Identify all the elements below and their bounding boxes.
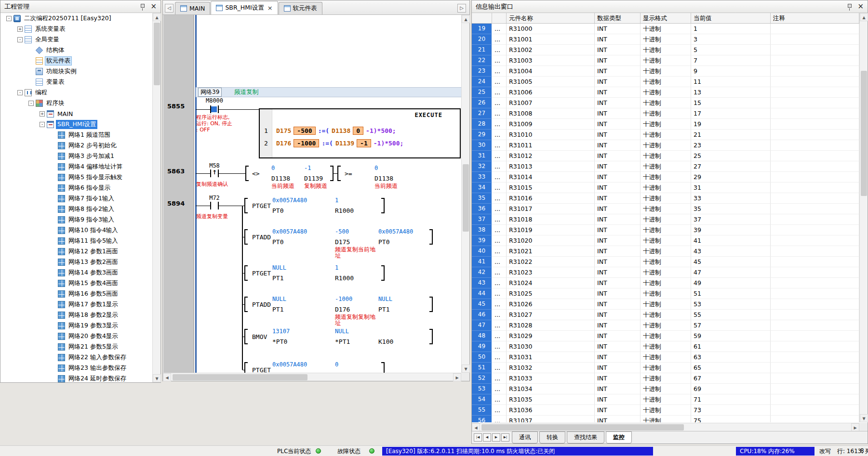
instruction-operand[interactable]: D176: [335, 306, 350, 313]
browse-button[interactable]: ...: [492, 34, 507, 45]
tree-item[interactable]: 功能块实例: [0, 66, 152, 77]
tree-item[interactable]: 网络12 参数1画面: [0, 246, 152, 257]
ladder-vertical-scrollbar[interactable]: ▲ ▼: [461, 15, 469, 373]
network-header[interactable]: 网络39 频道复制: [196, 87, 461, 97]
instruction-value[interactable]: -1000: [335, 296, 352, 302]
close-icon[interactable]: ×: [857, 3, 864, 10]
close-icon[interactable]: ×: [150, 3, 157, 10]
tree-item[interactable]: 网络18 参数2显示: [0, 310, 152, 320]
st-value-box[interactable]: -1: [357, 139, 371, 147]
instruction-name[interactable]: PTADD: [252, 234, 271, 241]
row-number-cell[interactable]: 21: [472, 45, 492, 55]
browse-button[interactable]: ...: [492, 299, 507, 310]
tree-item[interactable]: 网络4 偏移地址计算: [0, 161, 152, 172]
instruction-value[interactable]: NULL: [272, 264, 286, 271]
browse-button[interactable]: ...: [492, 225, 507, 235]
tree-item[interactable]: 结构体: [0, 45, 152, 55]
tree-item[interactable]: 网络9 指令3输入: [0, 214, 152, 225]
scroll-up-icon[interactable]: ▲: [860, 13, 868, 21]
ladder-horizontal-scrollbar[interactable]: ◀ ▶: [163, 373, 461, 381]
row-number-cell[interactable]: 47: [472, 320, 492, 331]
browse-button[interactable]: ...: [492, 278, 507, 288]
output-tab[interactable]: 通讯: [512, 431, 538, 443]
row-number-cell[interactable]: 50: [472, 352, 492, 363]
tree-item[interactable]: -编程: [0, 87, 152, 98]
row-number-cell[interactable]: 30: [472, 140, 492, 151]
table-row[interactable]: 23...R31004INT十进制9: [472, 66, 859, 77]
browse-button[interactable]: ...: [492, 235, 507, 246]
tree-item[interactable]: -全局变量: [0, 34, 152, 45]
tree-item[interactable]: 网络23 输出参数保存: [0, 363, 152, 373]
tree-item[interactable]: 网络20 参数4显示: [0, 331, 152, 341]
instruction-value[interactable]: 0x0057A480: [272, 197, 307, 204]
tab-close-icon[interactable]: ×: [267, 4, 273, 12]
browse-button[interactable]: ...: [492, 320, 507, 331]
row-number-cell[interactable]: 20: [472, 34, 492, 45]
table-row[interactable]: 34...R31015INT十进制31: [472, 182, 859, 193]
table-row[interactable]: 50...R31031INT十进制63: [472, 352, 859, 363]
tree-item[interactable]: 网络24 延时参数保存: [0, 373, 152, 382]
row-number-cell[interactable]: 48: [472, 331, 492, 341]
browse-button[interactable]: ...: [492, 55, 507, 66]
row-number-cell[interactable]: 41: [472, 257, 492, 267]
row-number-cell[interactable]: 40: [472, 246, 492, 257]
tab-scroll-right-button[interactable]: ▷: [457, 4, 466, 13]
instruction-operand[interactable]: R1000: [335, 274, 354, 282]
instruction-operand[interactable]: R1000: [335, 207, 354, 214]
row-number-cell[interactable]: 26: [472, 98, 492, 108]
row-number-cell[interactable]: 24: [472, 77, 492, 87]
browse-button[interactable]: ...: [492, 130, 507, 140]
row-number-cell[interactable]: 23: [472, 66, 492, 77]
browse-button[interactable]: ...: [492, 394, 507, 405]
table-row[interactable]: 38...R31019INT十进制39: [472, 225, 859, 235]
browse-button[interactable]: ...: [492, 77, 507, 87]
instruction-value[interactable]: 0x0057A480: [272, 361, 307, 368]
nav-next-button[interactable]: ▶: [492, 433, 500, 442]
tree-item[interactable]: 网络2 步号初始化: [0, 140, 152, 151]
row-number-cell[interactable]: 33: [472, 172, 492, 182]
instruction-value[interactable]: NULL: [378, 296, 392, 302]
tree-item[interactable]: 网络7 指令1输入: [0, 193, 152, 204]
instruction-operand[interactable]: PT0: [272, 238, 283, 246]
row-number-cell[interactable]: 53: [472, 384, 492, 394]
tree-item[interactable]: -SBR_HMI设置: [0, 119, 152, 130]
browse-button[interactable]: ...: [492, 246, 507, 257]
tree-item[interactable]: 网络15 参数4画面: [0, 278, 152, 288]
scrollbar-thumb[interactable]: [154, 23, 160, 85]
editor-tab[interactable]: MAIN: [175, 2, 210, 14]
browse-button[interactable]: ...: [492, 172, 507, 182]
table-row[interactable]: 29...R31010INT十进制21: [472, 130, 859, 140]
compare-operand[interactable]: D1138: [271, 175, 290, 182]
collapse-icon[interactable]: -: [17, 37, 23, 42]
instruction-value[interactable]: 0x0057A480: [378, 228, 413, 235]
column-header[interactable]: [492, 13, 507, 23]
instruction-operand[interactable]: *PT0: [272, 338, 287, 345]
browse-button[interactable]: ...: [492, 66, 507, 77]
scroll-left-icon[interactable]: ◀: [472, 423, 480, 431]
st-value-box[interactable]: 0: [353, 127, 363, 135]
table-row[interactable]: 26...R31007INT十进制15: [472, 98, 859, 108]
expand-icon[interactable]: +: [17, 26, 23, 32]
browse-button[interactable]: ...: [492, 193, 507, 204]
output-tab[interactable]: 监控: [606, 431, 632, 443]
browse-button[interactable]: ...: [492, 119, 507, 130]
tree-item[interactable]: 网络21 参数5显示: [0, 341, 152, 352]
column-header[interactable]: 当前值: [691, 13, 771, 23]
row-number-cell[interactable]: 29: [472, 130, 492, 140]
row-number-cell[interactable]: 55: [472, 405, 492, 416]
nav-first-button[interactable]: |◀: [474, 433, 482, 442]
browse-button[interactable]: ...: [492, 140, 507, 151]
row-number-cell[interactable]: 37: [472, 214, 492, 225]
tree-item[interactable]: 网络10 指令4输入: [0, 225, 152, 235]
table-row[interactable]: 30...R31011INT十进制23: [472, 140, 859, 151]
row-number-cell[interactable]: 46: [472, 310, 492, 320]
browse-button[interactable]: ...: [492, 384, 507, 394]
row-number-cell[interactable]: 44: [472, 288, 492, 299]
row-number-cell[interactable]: 27: [472, 108, 492, 119]
tree-item[interactable]: 网络22 输入参数保存: [0, 352, 152, 363]
instruction-value[interactable]: 13107: [272, 328, 290, 335]
table-row[interactable]: 41...R31022INT十进制45: [472, 257, 859, 267]
instruction-value[interactable]: -500: [335, 228, 349, 235]
column-header[interactable]: 数据类型: [595, 13, 641, 23]
browse-button[interactable]: ...: [492, 352, 507, 363]
